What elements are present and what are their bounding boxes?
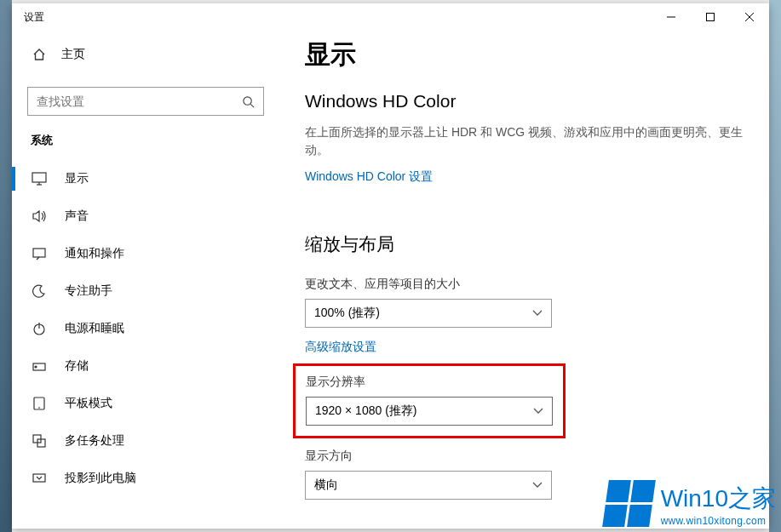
home-icon	[31, 48, 48, 61]
home-button[interactable]: 主页	[12, 37, 279, 72]
notify-icon	[31, 247, 48, 260]
settings-window: 设置 主页	[12, 3, 769, 529]
watermark-brand: Win10之家	[661, 483, 776, 515]
window-title: 设置	[24, 10, 44, 25]
resolution-label: 显示分辨率	[306, 375, 553, 390]
watermark: Win10之家 www.win10xitong.com	[606, 480, 776, 527]
sound-icon	[31, 209, 48, 223]
sidebar-item-display[interactable]: 显示	[12, 160, 279, 197]
tablet-icon	[31, 397, 48, 410]
sidebar-item-label: 专注助手	[65, 283, 112, 299]
multitask-icon	[31, 434, 48, 448]
scale-value: 100% (推荐)	[314, 306, 532, 321]
sidebar: 主页 系统 显示 声音 通知和操作	[12, 31, 279, 529]
chevron-down-icon	[533, 408, 543, 415]
sidebar-item-label: 平板模式	[65, 396, 112, 411]
resolution-combobox[interactable]: 1920 × 1080 (推荐)	[306, 397, 553, 426]
chevron-down-icon	[532, 310, 543, 317]
sidebar-item-label: 存储	[65, 358, 89, 374]
orientation-label: 显示方向	[305, 449, 744, 464]
scale-label: 更改文本、应用等项目的大小	[305, 277, 744, 292]
hd-color-link[interactable]: Windows HD Color 设置	[305, 169, 433, 185]
svg-rect-9	[33, 249, 45, 257]
titlebar: 设置	[12, 3, 769, 31]
scale-combobox[interactable]: 100% (推荐)	[305, 299, 552, 328]
svg-point-13	[35, 366, 37, 368]
project-icon	[31, 472, 48, 485]
sidebar-item-label: 通知和操作	[65, 246, 124, 261]
sidebar-item-focus[interactable]: 专注助手	[12, 272, 279, 310]
storage-icon	[31, 359, 48, 373]
close-button[interactable]	[730, 3, 769, 31]
maximize-button[interactable]	[691, 3, 730, 31]
power-icon	[31, 322, 48, 335]
home-label: 主页	[61, 47, 85, 62]
windows-logo-icon	[602, 480, 656, 527]
search-icon	[242, 95, 255, 108]
content-pane: 显示 Windows HD Color 在上面所选择的显示器上让 HDR 和 W…	[279, 31, 769, 529]
hd-color-desc: 在上面所选择的显示器上让 HDR 和 WCG 视频、游戏和应用中的画面更明亮、更…	[305, 123, 744, 159]
svg-line-5	[250, 104, 254, 107]
sidebar-item-label: 投影到此电脑	[65, 471, 136, 486]
sidebar-item-sound[interactable]: 声音	[12, 197, 279, 235]
search-input[interactable]	[37, 94, 242, 108]
search-box[interactable]	[27, 87, 264, 116]
sidebar-item-storage[interactable]: 存储	[12, 347, 279, 385]
scaling-heading: 缩放与布局	[305, 232, 744, 256]
sidebar-item-label: 电源和睡眠	[65, 321, 124, 336]
sidebar-item-power[interactable]: 电源和睡眠	[12, 310, 279, 347]
hd-color-heading: Windows HD Color	[305, 91, 744, 112]
watermark-url: www.win10xitong.com	[661, 515, 767, 527]
moon-icon	[31, 284, 48, 298]
resolution-value: 1920 × 1080 (推荐)	[315, 403, 533, 419]
svg-rect-18	[33, 474, 45, 482]
svg-point-4	[244, 96, 251, 104]
page-title: 显示	[305, 37, 744, 72]
advanced-scaling-link[interactable]: 高级缩放设置	[305, 340, 376, 355]
orientation-combobox[interactable]: 横向	[305, 471, 552, 500]
svg-rect-1	[707, 14, 715, 21]
sidebar-item-project[interactable]: 投影到此电脑	[12, 460, 279, 497]
sidebar-item-notifications[interactable]: 通知和操作	[12, 235, 279, 272]
sidebar-group-label: 系统	[12, 133, 279, 148]
sidebar-item-tablet[interactable]: 平板模式	[12, 385, 279, 422]
sidebar-item-label: 声音	[65, 209, 89, 224]
svg-rect-6	[32, 173, 46, 182]
sidebar-item-label: 显示	[65, 171, 89, 186]
sidebar-item-multitask[interactable]: 多任务处理	[12, 422, 279, 460]
chevron-down-icon	[532, 482, 543, 489]
minimize-button[interactable]	[652, 3, 691, 31]
monitor-icon	[31, 172, 48, 186]
sidebar-item-label: 多任务处理	[65, 433, 124, 449]
orientation-value: 横向	[314, 478, 532, 493]
resolution-highlight: 显示分辨率 1920 × 1080 (推荐)	[293, 363, 566, 438]
